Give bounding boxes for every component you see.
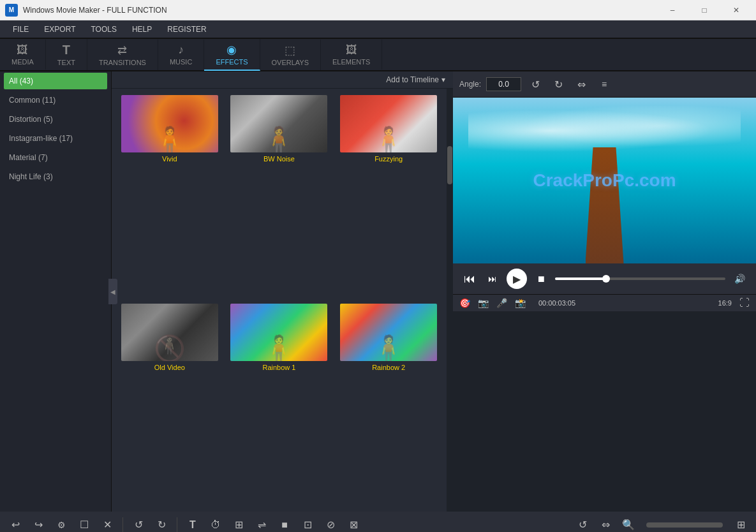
mute-action[interactable]: ■ [274, 515, 295, 533]
silhouette-icon: 🧍 [263, 336, 295, 361]
effect-fuzzying-thumb: 🧍 [340, 95, 437, 152]
fullscreen-button[interactable]: ⛶ [739, 297, 750, 309]
menu-help[interactable]: HELP [124, 22, 159, 36]
menu-file[interactable]: FILE [5, 22, 36, 36]
effect-rainbow1-label: Rainbow 1 [263, 364, 296, 371]
chevron-down-icon: ▾ [441, 75, 445, 84]
divider-1 [122, 517, 123, 533]
minimize-button[interactable]: – [658, 0, 687, 20]
group-button[interactable]: ☐ [74, 515, 94, 533]
tab-media[interactable]: 🖼 MEDIA [0, 40, 46, 70]
maximize-button[interactable]: □ [690, 0, 719, 20]
overlays-icon: ⬚ [285, 43, 295, 57]
silhouette-icon: 🧍 [263, 127, 295, 152]
tab-elements[interactable]: 🖼 ELEMENTS [321, 40, 382, 70]
time-action[interactable]: ⏱ [205, 515, 226, 533]
effects-panel: Add to Timeline ▾ 🧍 Vivid 🧍 [112, 71, 453, 512]
swap-action[interactable]: ⇌ [251, 515, 272, 533]
tab-music[interactable]: ♪ MUSIC [158, 40, 204, 70]
camera-tool[interactable]: 📷 [478, 298, 489, 308]
divider-2 [177, 517, 177, 533]
preview-image: CrackProPc.com [453, 98, 756, 263]
menu-tools[interactable]: TOOLS [83, 22, 124, 36]
sidebar-item-common[interactable]: Common (11) [0, 91, 111, 110]
tab-text[interactable]: T TEXT [46, 39, 87, 70]
timecode-display: 00:00:03:05 [538, 299, 575, 307]
effect-rainbow1[interactable]: 🧍 Rainbow 1 [228, 304, 331, 506]
effect-old-video[interactable]: 🚫 🧍 Old Video [118, 304, 221, 506]
zoom-button[interactable]: 🔍 [618, 515, 639, 533]
menu-bar: FILE EXPORT TOOLS HELP REGISTER [0, 20, 756, 38]
sidebar-item-distortion[interactable]: Distortion (5) [0, 110, 111, 129]
tab-effects[interactable]: ◉ EFFECTS [204, 39, 260, 71]
grid-action[interactable]: ⊠ [343, 515, 364, 533]
mic-tool[interactable]: 🎤 [496, 298, 507, 308]
effect-oldvideo-thumb: 🚫 🧍 [121, 304, 218, 361]
collapse-panel-button[interactable]: ◀ [108, 279, 117, 304]
effect-rainbow2-label: Rainbow 2 [372, 364, 405, 371]
play-button[interactable]: ▶ [507, 269, 527, 289]
pier-decoration [586, 147, 624, 263]
sidebar-item-nightlife[interactable]: Night Life (3) [0, 167, 111, 186]
prev-frame-button[interactable]: ⏭ [484, 270, 501, 288]
redo-button[interactable]: ↪ [28, 515, 48, 533]
mask-action[interactable]: ⊘ [320, 515, 341, 533]
stop-button[interactable]: ⏹ [532, 270, 550, 288]
silhouette-icon: 🧍 [373, 336, 404, 361]
settings-icon[interactable]: ≡ [595, 75, 613, 93]
effect-bw-noise[interactable]: 🧍 BW Noise [228, 95, 331, 297]
progress-thumb[interactable] [602, 275, 610, 283]
tab-transitions[interactable]: ⇄ TRANSITIONS [87, 40, 158, 70]
tab-bar: 🖼 MEDIA T TEXT ⇄ TRANSITIONS ♪ MUSIC ◉ E… [0, 38, 756, 71]
crop-action[interactable]: ⊡ [297, 515, 318, 533]
tab-effects-label: EFFECTS [216, 58, 248, 66]
preview-secondary-toolbar: 🎯 📷 🎤 📸 00:00:03:05 16:9 ⛶ [453, 294, 756, 311]
rotate-right-button[interactable]: ↻ [549, 75, 567, 93]
scroll-thumb[interactable] [447, 146, 452, 184]
add-to-timeline-button[interactable]: Add to Timeline ▾ [386, 75, 445, 84]
effect-vivid[interactable]: 🧍 Vivid [118, 95, 221, 297]
flip-button[interactable]: ⇔ [572, 75, 590, 93]
effect-bw-label: BW Noise [263, 155, 295, 163]
expand-button[interactable]: ⇔ [595, 515, 616, 533]
effect-rainbow1-thumb: 🧍 [230, 304, 327, 361]
effect-bw-thumb: 🧍 [230, 95, 327, 152]
fit-button[interactable]: ⊞ [730, 515, 751, 533]
progress-bar[interactable] [555, 277, 725, 280]
text-tool-action[interactable]: T [182, 515, 203, 533]
zoom-slider[interactable] [646, 522, 723, 528]
rotate-left-action[interactable]: ↺ [128, 515, 149, 533]
tab-overlays-label: OVERLAYS [272, 59, 309, 66]
loop-button[interactable]: ↺ [572, 515, 593, 533]
effects-scrollbar[interactable] [447, 89, 453, 512]
cursor-tool[interactable]: 🎯 [459, 298, 470, 308]
volume-button[interactable]: 🔊 [730, 270, 748, 288]
transitions-icon: ⇄ [117, 43, 127, 57]
rotate-right-action[interactable]: ↻ [151, 515, 172, 533]
title-bar: M Windows Movie Maker - FULL FUNCTION – … [0, 0, 756, 20]
sidebar-item-instagram[interactable]: Instagram-like (17) [0, 129, 111, 148]
tab-text-label: TEXT [57, 59, 75, 66]
effect-vivid-thumb: 🧍 [121, 95, 218, 152]
sidebar-item-all[interactable]: All (43) [4, 73, 107, 89]
delete-button[interactable]: ✕ [97, 515, 117, 533]
effect-vivid-label: Vivid [162, 155, 177, 163]
effect-rainbow2-thumb: 🧍 [340, 304, 437, 361]
tab-overlays[interactable]: ⬚ OVERLAYS [260, 40, 322, 70]
snapshot-tool[interactable]: 📸 [515, 298, 526, 308]
effect-fuzzying[interactable]: 🧍 Fuzzying [337, 95, 440, 297]
effect-rainbow2[interactable]: 🧍 Rainbow 2 [337, 304, 440, 506]
silhouette-icon2: 🧍 [158, 337, 181, 355]
media-icon: 🖼 [17, 43, 28, 57]
menu-register[interactable]: REGISTER [159, 22, 214, 36]
close-button[interactable]: ✕ [722, 0, 751, 20]
tab-transitions-label: TRANSITIONS [99, 59, 146, 66]
rotate-left-button[interactable]: ↺ [526, 75, 544, 93]
settings-button[interactable]: ⚙ [51, 515, 71, 533]
angle-input[interactable] [486, 77, 521, 91]
undo-button[interactable]: ↩ [5, 515, 26, 533]
skip-back-button[interactable]: ⏮ [461, 270, 478, 288]
sidebar-item-material[interactable]: Material (7) [0, 148, 111, 167]
menu-export[interactable]: EXPORT [36, 22, 83, 36]
split-action[interactable]: ⊞ [228, 515, 249, 533]
